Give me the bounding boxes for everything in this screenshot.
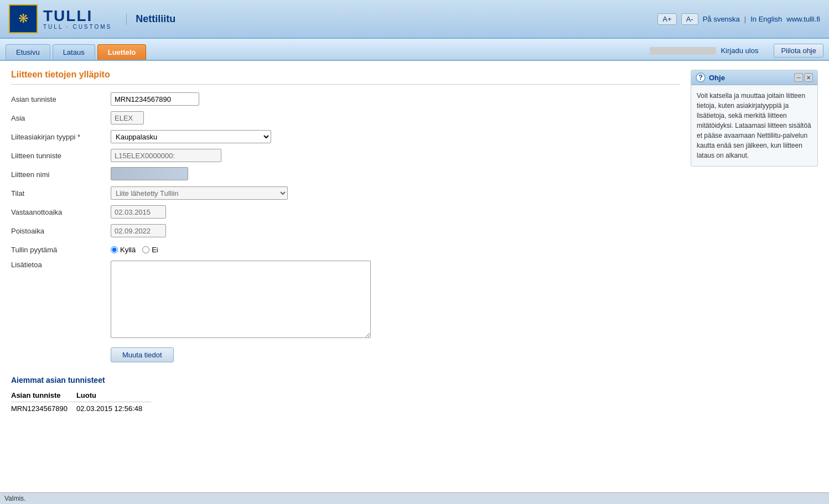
poistoaika-value (111, 224, 680, 237)
tullin-pyytama-kylla-text: Kyllä (120, 246, 136, 254)
tab-luettelo[interactable]: Luettelo (97, 44, 147, 60)
logo-area: ❋ TULLI TULL · CUSTOMS Nettiliitu (9, 4, 175, 33)
liitteen-nimi-label: Liitteen nimi (11, 170, 111, 179)
help-body: Voit katsella ja muuttaa joitain liittee… (691, 85, 817, 166)
logo-tullcustoms: TULL · CUSTOMS (43, 24, 112, 30)
liiteasiakirjan-tyyppi-value: Kauppalasku Muu asiakirja (111, 130, 680, 143)
help-controls: ─ ✕ (794, 73, 813, 82)
logo-tulli: TULLI (43, 8, 112, 24)
tab-lataus[interactable]: Lataus (53, 44, 95, 60)
tullin-pyytama-kylla-radio[interactable] (111, 246, 118, 253)
tilat-value: Liite lähetetty Tulliin (111, 186, 680, 200)
user-name-blurred (650, 47, 716, 55)
liitteen-tunniste-input (111, 149, 221, 162)
help-title-text: Ohje (709, 74, 791, 82)
prev-table: Asian tunniste Luotu MRN1234567890 02.03… (11, 389, 151, 415)
vastaanottoaika-value (111, 205, 680, 219)
prev-section-title: Aiemmat asian tunnisteet (11, 376, 680, 385)
prev-table-header-row: Asian tunniste Luotu (11, 389, 151, 402)
vastaanottoaika-label: Vastaanottoaika (11, 208, 111, 216)
tilat-select[interactable]: Liite lähetetty Tulliin (111, 186, 288, 200)
vastaanottoaika-input (111, 205, 166, 219)
lisatietoa-label: Lisätietoa (11, 261, 111, 269)
liiteasiakirjan-tyyppi-select[interactable]: Kauppalasku Muu asiakirja (111, 130, 271, 143)
liiteasiakirjan-tyyppi-label: Liiteasiakirjan tyyppi * (11, 133, 111, 141)
prev-row-asian-tunniste: MRN1234567890 (11, 402, 76, 415)
form: Asian tunniste Asia Liiteasiakirjan tyyp… (11, 91, 680, 340)
tullin-pyytama-label: Tullin pyytämä (11, 246, 111, 254)
lang-swedish-link[interactable]: På svenska (703, 15, 740, 23)
liitteen-nimi-blurred (111, 167, 188, 180)
tullin-pyytama-ei-text: Ei (152, 246, 158, 254)
prev-col-asian-tunniste: Asian tunniste (11, 389, 76, 402)
asian-tunniste-label: Asian tunniste (11, 95, 111, 103)
prev-col-luotu: Luotu (76, 389, 151, 402)
content-area: Liitteen tietojen ylläpito Asian tunnist… (11, 70, 680, 415)
prev-section: Aiemmat asian tunnisteet Asian tunniste … (11, 376, 680, 415)
asian-tunniste-input[interactable] (111, 92, 199, 106)
asia-label: Asia (11, 114, 111, 122)
logo-symbol: ❋ (18, 12, 28, 26)
tilat-label: Tilat (11, 189, 111, 198)
header: ❋ TULLI TULL · CUSTOMS Nettiliitu A+ A- … (0, 0, 829, 39)
lang-english-link[interactable]: In English (750, 15, 782, 23)
liitteen-nimi-value (111, 167, 680, 182)
logo-box: ❋ (9, 4, 38, 33)
tullin-pyytama-kylla-label[interactable]: Kyllä (111, 246, 136, 254)
kirjaudu-link[interactable]: Kirjadu ulos (721, 46, 758, 55)
form-row-vastaanottoaika: Vastaanottoaika (11, 204, 680, 220)
font-larger-button[interactable]: A+ (657, 13, 676, 25)
form-row-lisatietoa: Lisätietoa (11, 261, 680, 340)
liitteen-tunniste-label: Liitteen tunniste (11, 152, 111, 160)
lisatietoa-textarea[interactable] (111, 261, 371, 338)
nav-user-area: Kirjadu ulos Piilota ohje (650, 44, 823, 60)
tullin-pyytama-ei-label[interactable]: Ei (142, 246, 158, 254)
prev-table-row: MRN1234567890 02.03.2015 12:56:48 (11, 402, 151, 415)
tullin-pyytama-radio-group: Kyllä Ei (111, 246, 680, 254)
asia-value (111, 111, 680, 124)
form-row-asian-tunniste: Asian tunniste (11, 91, 680, 107)
nav: Etusivu Lataus Luettelo Kirjadu ulos Pii… (0, 39, 829, 61)
help-minimize-button[interactable]: ─ (794, 73, 803, 82)
app-title: Nettiliitu (126, 13, 175, 25)
form-row-poistoaika: Poistoaika (11, 223, 680, 238)
header-right: A+ A- På svenska | In English www.tulli.… (657, 13, 820, 25)
form-row-tilat: Tilat Liite lähetetty Tulliin (11, 185, 680, 201)
form-row-liitteen-nimi: Liitteen nimi (11, 167, 680, 182)
asian-tunniste-value (111, 92, 680, 106)
help-panel: ? Ohje ─ ✕ Voit katsella ja muuttaa joit… (691, 70, 818, 167)
lisatietoa-value (111, 261, 680, 340)
www-link[interactable]: www.tulli.fi (786, 15, 820, 23)
help-icon: ? (696, 72, 706, 82)
asia-input (111, 111, 144, 124)
main-content: Liitteen tietojen ylläpito Asian tunnist… (0, 61, 829, 424)
tullin-pyytama-ei-radio[interactable] (142, 246, 149, 253)
page-title: Liitteen tietojen ylläpito (11, 70, 680, 85)
logo-text: TULLI TULL · CUSTOMS (43, 8, 112, 30)
poistoaika-label: Poistoaika (11, 227, 111, 235)
form-row-tullin-pyytama: Tullin pyytämä Kyllä Ei (11, 242, 680, 257)
piilota-ohje-button[interactable]: Piilota ohje (774, 44, 823, 58)
help-titlebar: ? Ohje ─ ✕ (691, 70, 817, 85)
muuta-tiedot-button[interactable]: Muuta tiedot (111, 347, 174, 362)
liitteen-tunniste-value (111, 149, 680, 162)
form-row-liitteen-tunniste: Liitteen tunniste (11, 148, 680, 163)
tullin-pyytama-value: Kyllä Ei (111, 246, 680, 254)
lang-separator: | (744, 15, 746, 23)
form-row-asia: Asia (11, 110, 680, 126)
form-row-liiteasiakirjan-tyyppi: Liiteasiakirjan tyyppi * Kauppalasku Muu… (11, 129, 680, 144)
tab-etusivu[interactable]: Etusivu (6, 44, 50, 60)
help-close-button[interactable]: ✕ (804, 73, 813, 82)
poistoaika-input (111, 224, 166, 237)
font-smaller-button[interactable]: A- (681, 13, 698, 25)
prev-row-luotu: 02.03.2015 12:56:48 (76, 402, 151, 415)
